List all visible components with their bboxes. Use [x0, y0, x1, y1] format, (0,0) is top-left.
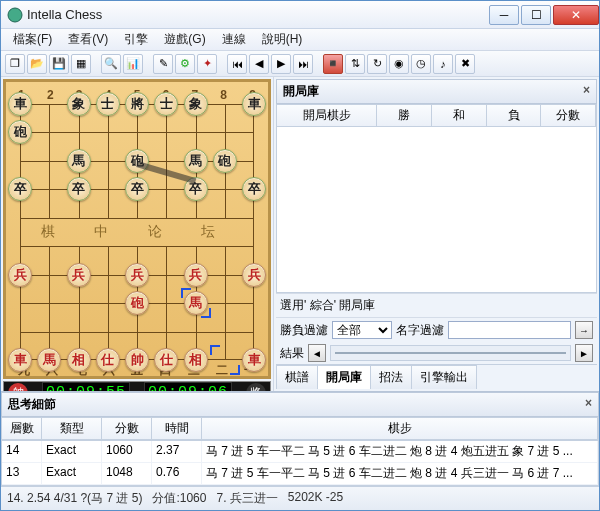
- tab-notation[interactable]: 棋譜: [276, 365, 318, 389]
- think-close-icon[interactable]: ×: [585, 396, 592, 413]
- status-nodes: 5202K -25: [288, 490, 343, 507]
- piece-兵[interactable]: 兵: [184, 263, 208, 287]
- analyze-icon[interactable]: 📊: [123, 54, 143, 74]
- piece-兵[interactable]: 兵: [242, 263, 266, 287]
- col-win[interactable]: 勝: [377, 105, 432, 126]
- piece-帥[interactable]: 帥: [125, 348, 149, 372]
- sound-icon[interactable]: ♪: [433, 54, 453, 74]
- menu-game[interactable]: 遊戲(G): [156, 29, 213, 50]
- piece-士[interactable]: 士: [154, 92, 178, 116]
- menu-help[interactable]: 說明(H): [254, 29, 311, 50]
- piece-卒[interactable]: 卒: [67, 177, 91, 201]
- piece-馬[interactable]: 馬: [184, 149, 208, 173]
- col-score2[interactable]: 分數: [102, 418, 152, 439]
- close-button[interactable]: ✕: [553, 5, 599, 25]
- filter-go-button[interactable]: →: [575, 321, 593, 339]
- think-panel-header: 思考細節 ×: [1, 392, 599, 417]
- next-icon[interactable]: ▶: [271, 54, 291, 74]
- first-icon[interactable]: ⏮: [227, 54, 247, 74]
- prev-icon[interactable]: ◀: [249, 54, 269, 74]
- result-slider[interactable]: [330, 345, 571, 361]
- piece-象[interactable]: 象: [67, 92, 91, 116]
- think-row[interactable]: 14Exact10602.37马 7 进 5 车一平二 马 5 进 6 车二进二…: [2, 441, 598, 463]
- menu-engine[interactable]: 引擎: [116, 29, 156, 50]
- piece-仕[interactable]: 仕: [154, 348, 178, 372]
- think-list-header: 層數 類型 分數 時間 棋步: [1, 417, 599, 440]
- chess-board[interactable]: 123456789 棋 中 论 坛 車象士將士象車砲馬砲馬砲卒卒卒卒卒兵兵兵兵兵…: [3, 79, 271, 379]
- piece-砲[interactable]: 砲: [8, 120, 32, 144]
- rotate-icon[interactable]: ↻: [367, 54, 387, 74]
- piece-馬[interactable]: 馬: [67, 149, 91, 173]
- tab-engine-output[interactable]: 引擎輸出: [411, 365, 477, 389]
- zoom-icon[interactable]: 🔍: [101, 54, 121, 74]
- menubar: 檔案(F) 查看(V) 引擎 遊戲(G) 連線 說明(H): [1, 29, 599, 51]
- tab-opening[interactable]: 開局庫: [317, 365, 371, 389]
- result-prev-button[interactable]: ◄: [308, 344, 326, 362]
- think-row[interactable]: 13Exact10480.76马 7 进 5 车一平二 马 5 进 6 车二进二…: [2, 463, 598, 485]
- result-label: 結果: [280, 345, 304, 362]
- piece-仕[interactable]: 仕: [96, 348, 120, 372]
- piece-相[interactable]: 相: [184, 348, 208, 372]
- wl-filter-select[interactable]: 全部: [332, 321, 392, 339]
- piece-將[interactable]: 將: [125, 92, 149, 116]
- piece-車[interactable]: 車: [8, 348, 32, 372]
- piece-馬[interactable]: 馬: [37, 348, 61, 372]
- status-bar: 14. 2.54 4/31 ?(马 7 进 5) 分值:1060 7. 兵三进一…: [1, 486, 599, 510]
- col-move[interactable]: 開局棋步: [277, 105, 377, 126]
- edit-icon[interactable]: ✎: [153, 54, 173, 74]
- piece-馬[interactable]: 馬: [184, 291, 208, 315]
- col-score[interactable]: 分數: [541, 105, 596, 126]
- piece-車[interactable]: 車: [242, 92, 266, 116]
- think-list[interactable]: 14Exact10602.37马 7 进 5 车一平二 马 5 进 6 车二进二…: [1, 440, 599, 486]
- flip-icon[interactable]: ⇅: [345, 54, 365, 74]
- piece-相[interactable]: 相: [67, 348, 91, 372]
- right-tabs: 棋譜 開局庫 招法 引擎輸出: [276, 364, 597, 389]
- piece-兵[interactable]: 兵: [67, 263, 91, 287]
- opening-db-label: 選用' 綜合' 開局庫: [280, 297, 375, 314]
- col-depth[interactable]: 層數: [2, 418, 42, 439]
- last-icon[interactable]: ⏭: [293, 54, 313, 74]
- col-moves[interactable]: 棋步: [202, 418, 598, 439]
- piece-卒[interactable]: 卒: [125, 177, 149, 201]
- col-loss[interactable]: 負: [487, 105, 542, 126]
- piece-車[interactable]: 車: [242, 348, 266, 372]
- target-icon[interactable]: ◉: [389, 54, 409, 74]
- engine-icon[interactable]: ⚙: [175, 54, 195, 74]
- piece-兵[interactable]: 兵: [8, 263, 32, 287]
- col-draw[interactable]: 和: [432, 105, 487, 126]
- menu-file[interactable]: 檔案(F): [5, 29, 60, 50]
- save-icon[interactable]: 💾: [49, 54, 69, 74]
- piece-象[interactable]: 象: [184, 92, 208, 116]
- col-type[interactable]: 類型: [42, 418, 102, 439]
- piece-卒[interactable]: 卒: [242, 177, 266, 201]
- stop-icon[interactable]: ◾: [323, 54, 343, 74]
- maximize-button[interactable]: ☐: [521, 5, 551, 25]
- cancel-icon[interactable]: ✖: [455, 54, 475, 74]
- menu-view[interactable]: 查看(V): [60, 29, 116, 50]
- hint-icon[interactable]: ✦: [197, 54, 217, 74]
- clock-icon[interactable]: ◷: [411, 54, 431, 74]
- result-next-button[interactable]: ►: [575, 344, 593, 362]
- opening-close-icon[interactable]: ×: [583, 83, 590, 100]
- name-filter-label: 名字過濾: [396, 322, 444, 339]
- piece-卒[interactable]: 卒: [8, 177, 32, 201]
- col-time[interactable]: 時間: [152, 418, 202, 439]
- new-icon[interactable]: ❐: [5, 54, 25, 74]
- status-score: 分值:1060: [152, 490, 206, 507]
- tab-moves[interactable]: 招法: [370, 365, 412, 389]
- toolbar: ❐ 📂 💾 ▦ 🔍 📊 ✎ ⚙ ✦ ⏮ ◀ ▶ ⏭ ◾ ⇅ ↻ ◉ ◷ ♪ ✖: [1, 51, 599, 77]
- piece-砲[interactable]: 砲: [213, 149, 237, 173]
- status-move: 7. 兵三进一: [216, 490, 277, 507]
- open-icon[interactable]: 📂: [27, 54, 47, 74]
- piece-兵[interactable]: 兵: [125, 263, 149, 287]
- piece-砲[interactable]: 砲: [125, 291, 149, 315]
- opening-list[interactable]: [276, 127, 597, 293]
- board-grid[interactable]: 棋 中 论 坛 車象士將士象車砲馬砲馬砲卒卒卒卒卒兵兵兵兵兵砲馬車馬相仕帥仕相車: [20, 104, 254, 360]
- piece-車[interactable]: 車: [8, 92, 32, 116]
- menu-online[interactable]: 連線: [214, 29, 254, 50]
- piece-士[interactable]: 士: [96, 92, 120, 116]
- name-filter-input[interactable]: [448, 321, 571, 339]
- status-depth: 14. 2.54 4/31 ?(马 7 进 5): [7, 490, 142, 507]
- minimize-button[interactable]: ─: [489, 5, 519, 25]
- db-icon[interactable]: ▦: [71, 54, 91, 74]
